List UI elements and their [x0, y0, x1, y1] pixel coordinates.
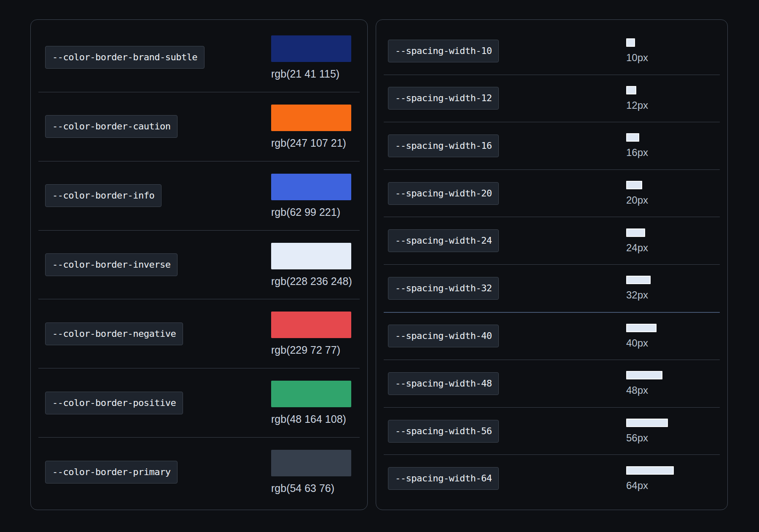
spacing-px-label: 64px: [626, 480, 648, 491]
color-rgb-value: rgb(48 164 108): [271, 413, 346, 425]
spacing-preview: 32px: [626, 276, 720, 301]
color-rgb-value: rgb(21 41 115): [271, 68, 339, 80]
color-preview: rgb(54 63 76): [271, 450, 351, 494]
spacing-bar: [626, 133, 639, 142]
spacing-bar: [626, 228, 645, 237]
color-token-row: --color-border-info rgb(62 99 221): [38, 161, 360, 231]
spacing-px-label: 48px: [626, 384, 648, 396]
token-name-chip[interactable]: --spacing-width-40: [388, 325, 499, 347]
color-rgb-value: rgb(54 63 76): [271, 482, 334, 494]
spacing-preview: 12px: [626, 86, 720, 111]
spacing-bar: [626, 38, 635, 47]
token-name-chip[interactable]: --color-border-info: [45, 184, 161, 207]
spacing-bar: [626, 419, 668, 427]
spacing-width-tokens-panel: --spacing-width-10 10px --spacing-width-…: [376, 19, 728, 510]
spacing-token-row: --spacing-width-20 20px: [384, 170, 720, 218]
spacing-token-row: --spacing-width-48 48px: [384, 360, 720, 408]
token-name-chip[interactable]: --color-border-primary: [45, 461, 178, 484]
spacing-token-row: --spacing-width-64 64px: [384, 455, 720, 502]
color-rgb-value: rgb(247 107 21): [271, 137, 346, 149]
color-swatch: [271, 243, 351, 269]
color-preview: rgb(48 164 108): [271, 381, 351, 425]
color-swatch: [271, 450, 351, 476]
spacing-preview: 16px: [626, 133, 720, 158]
spacing-preview: 20px: [626, 181, 720, 206]
spacing-px-label: 24px: [626, 242, 648, 253]
spacing-token-row: --spacing-width-32 32px: [384, 265, 720, 313]
spacing-px-label: 12px: [626, 99, 648, 111]
spacing-preview: 24px: [626, 228, 720, 253]
color-rgb-value: rgb(229 72 77): [271, 344, 340, 356]
token-name-chip[interactable]: --spacing-width-20: [388, 182, 499, 205]
color-token-row: --color-border-positive rgb(48 164 108): [38, 368, 360, 438]
color-token-row: --color-border-primary rgb(54 63 76): [38, 438, 360, 506]
spacing-px-label: 40px: [626, 337, 648, 349]
spacing-bar: [626, 86, 636, 94]
color-preview: rgb(228 236 248): [271, 243, 351, 287]
spacing-bar: [626, 181, 642, 189]
token-name-chip[interactable]: --spacing-width-64: [388, 467, 499, 490]
spacing-bar: [626, 324, 657, 332]
color-token-row: --color-border-brand-subtle rgb(21 41 11…: [38, 23, 360, 92]
spacing-bar: [626, 466, 674, 475]
spacing-token-row: --spacing-width-56 56px: [384, 408, 720, 455]
spacing-token-row: --spacing-width-12 12px: [384, 75, 720, 123]
spacing-px-label: 32px: [626, 289, 648, 301]
token-name-chip[interactable]: --spacing-width-48: [388, 372, 499, 395]
spacing-preview: 40px: [626, 324, 720, 349]
color-preview: rgb(62 99 221): [271, 174, 351, 218]
spacing-preview: 56px: [626, 419, 720, 443]
spacing-token-row: --spacing-width-40 40px: [384, 313, 720, 360]
spacing-token-row: --spacing-width-10 10px: [384, 27, 720, 75]
token-name-chip[interactable]: --color-border-caution: [45, 115, 178, 138]
spacing-preview: 10px: [626, 38, 720, 63]
color-swatch: [271, 35, 351, 62]
spacing-token-row: --spacing-width-16 16px: [384, 122, 720, 170]
color-token-row: --color-border-caution rgb(247 107 21): [38, 92, 360, 161]
color-border-tokens-panel: --color-border-brand-subtle rgb(21 41 11…: [30, 19, 368, 510]
token-name-chip[interactable]: --color-border-positive: [45, 392, 183, 414]
spacing-px-label: 10px: [626, 52, 648, 63]
token-name-chip[interactable]: --color-border-brand-subtle: [45, 46, 205, 69]
color-preview: rgb(229 72 77): [271, 312, 351, 356]
token-name-chip[interactable]: --spacing-width-10: [388, 40, 499, 62]
color-preview: rgb(21 41 115): [271, 35, 351, 80]
token-name-chip[interactable]: --spacing-width-24: [388, 229, 499, 252]
token-name-chip[interactable]: --color-border-negative: [45, 322, 183, 345]
spacing-token-row: --spacing-width-24 24px: [384, 217, 720, 265]
token-documentation-page: --color-border-brand-subtle rgb(21 41 11…: [0, 0, 759, 532]
color-token-row: --color-border-inverse rgb(228 236 248): [38, 231, 360, 300]
spacing-bar: [626, 276, 651, 284]
token-name-chip[interactable]: --spacing-width-16: [388, 134, 499, 157]
spacing-preview: 64px: [626, 466, 720, 491]
color-swatch: [271, 381, 351, 407]
color-preview: rgb(247 107 21): [271, 105, 351, 149]
spacing-preview: 48px: [626, 371, 720, 396]
spacing-px-label: 16px: [626, 147, 648, 158]
token-name-chip[interactable]: --spacing-width-12: [388, 87, 499, 110]
color-swatch: [271, 312, 351, 338]
color-rgb-value: rgb(228 236 248): [271, 275, 352, 287]
token-name-chip[interactable]: --spacing-width-32: [388, 277, 499, 300]
color-swatch: [271, 105, 351, 131]
color-rgb-value: rgb(62 99 221): [271, 206, 340, 218]
token-name-chip[interactable]: --color-border-inverse: [45, 253, 178, 276]
color-token-row: --color-border-negative rgb(229 72 77): [38, 299, 360, 368]
spacing-bar: [626, 371, 662, 379]
spacing-px-label: 20px: [626, 194, 648, 206]
token-name-chip[interactable]: --spacing-width-56: [388, 420, 499, 443]
spacing-px-label: 56px: [626, 432, 648, 443]
color-swatch: [271, 174, 351, 200]
